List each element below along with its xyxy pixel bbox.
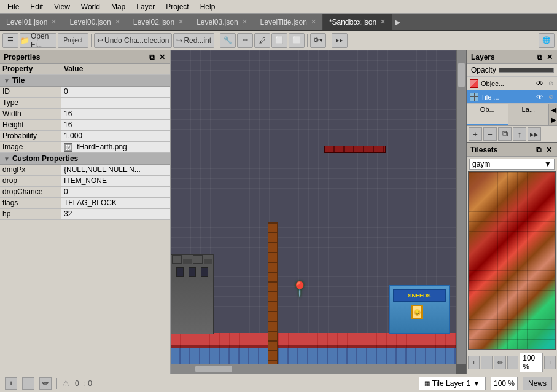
properties-close-btn[interactable]: ✕ — [158, 53, 166, 61]
layers-scroll-up[interactable]: ◀ ▶ — [549, 104, 557, 125]
menu-map[interactable]: Map — [106, 1, 130, 12]
menu-help[interactable]: Help — [195, 1, 220, 12]
toolbar-world-btn[interactable]: 🌐 — [539, 33, 555, 48]
layers-bottom: Ob... La... ◀ ▶ + − ⧉ ↑ ▸▸ — [467, 104, 557, 142]
toolbar-stamp[interactable]: 🔧 — [220, 33, 236, 48]
chevron-right-icon: ▶ — [551, 116, 556, 124]
tilesets-add-btn[interactable]: + — [468, 356, 480, 369]
redo-icon: ↪ — [176, 36, 182, 45]
custom-section-arrow: ▼ — [4, 155, 10, 162]
layers-tab-objects[interactable]: Ob... — [467, 104, 508, 125]
scroll-thumb-horizontal[interactable] — [195, 366, 232, 372]
layers-toolbar: + − ⧉ ↑ ▸▸ — [467, 125, 557, 142]
toolbar-eraser[interactable]: ✏ — [237, 33, 253, 48]
game-map-canvas[interactable]: SNEEDS 😊 📍 — [171, 50, 456, 364]
layer-lock-tile[interactable]: ⊘ — [547, 93, 555, 101]
tile-section-header[interactable]: ▼ Tile — [0, 75, 170, 87]
tilesets-zoom-out-btn[interactable]: − — [507, 356, 519, 369]
layers-more-btn[interactable]: ▸▸ — [528, 127, 541, 141]
canvas-area[interactable]: SNEEDS 😊 📍 — [171, 50, 466, 374]
tilesets-close-btn[interactable]: ✕ — [545, 146, 553, 154]
layers-tab-layers[interactable]: La... — [508, 104, 550, 125]
layers-header: Layers ⧉ ✕ — [467, 50, 557, 64]
tilesets-selector[interactable]: gaym ▼ — [469, 159, 555, 170]
news-button[interactable]: News — [523, 377, 552, 390]
menu-project[interactable]: Project — [161, 1, 193, 12]
canvas-content[interactable]: SNEEDS 😊 📍 — [171, 50, 456, 364]
toolbar-toggle-panels[interactable]: ☰ — [2, 33, 18, 48]
tab-close-level01[interactable]: ✕ — [51, 18, 56, 26]
toolbar-extras[interactable]: ▸▸ — [332, 33, 348, 48]
toolbar-settings-dropdown[interactable]: ⚙▾ — [310, 33, 326, 48]
layer-visibility-tile[interactable]: 👁 — [536, 93, 544, 101]
toolbar-redo[interactable]: ↪ Red...int — [173, 33, 214, 48]
layers-up-btn[interactable]: ↑ — [513, 127, 526, 141]
tab-level03[interactable]: Level03.json ✕ — [190, 14, 254, 31]
canvas-scrollbar-vertical[interactable] — [456, 50, 466, 364]
canvas-scrollbar-horizontal[interactable] — [171, 364, 456, 374]
value-col-header: Value — [61, 64, 170, 74]
layer-visibility-objects[interactable]: 👁 — [536, 79, 544, 88]
menu-layer[interactable]: Layer — [131, 1, 160, 12]
toolbar-undo[interactable]: ↩ Undo Cha...election — [94, 33, 172, 48]
prop-val-height: 16 — [61, 120, 170, 130]
toolbar-project[interactable]: Project — [58, 33, 88, 48]
tab-close-level03[interactable]: ✕ — [242, 18, 247, 26]
layers-duplicate-btn[interactable]: ⧉ — [498, 127, 512, 141]
layer-item-tile[interactable]: Tile ... 👁 ⊘ — [467, 90, 557, 104]
toolbar-fill[interactable]: 🖊 — [254, 33, 270, 48]
properties-float-btn[interactable]: ⧉ — [147, 53, 156, 61]
layers-float-btn[interactable]: ⧉ — [535, 53, 543, 61]
toolbar-open-file[interactable]: 📁 Open Fi... — [20, 33, 56, 48]
menu-edit[interactable]: Edit — [25, 1, 48, 12]
toolbar-right: 🌐 — [539, 33, 555, 48]
tab-close-level00[interactable]: ✕ — [115, 18, 120, 26]
prop-row-probability: Probability 1.000 — [0, 131, 170, 142]
toolbar-select[interactable]: ⬜ — [271, 33, 287, 48]
layers-panel: Layers ⧉ ✕ Opacity Objec... 👁 ⊘ — [467, 50, 557, 143]
menu-world[interactable]: World — [76, 1, 105, 12]
layers-remove-btn[interactable]: − — [483, 127, 497, 141]
status-y-coord: : 0 — [84, 379, 92, 388]
tab-close-level02[interactable]: ✕ — [178, 18, 184, 26]
toolbar: ☰ 📁 Open Fi... Project ↩ Undo Cha...elec… — [0, 31, 557, 50]
layers-close-btn[interactable]: ✕ — [545, 53, 554, 61]
menu-file[interactable]: File — [2, 1, 24, 12]
status-edit-btn[interactable]: ✏ — [39, 377, 52, 390]
tab-level02[interactable]: Level02.json ✕ — [127, 14, 190, 31]
opacity-slider[interactable] — [499, 68, 554, 73]
tilesets-edit-btn[interactable]: ✏ — [494, 356, 505, 369]
tab-scroll-button[interactable]: ▶ — [392, 14, 403, 31]
folder-icon: 📁 — [20, 36, 29, 45]
tilesets-panel: Tilesets ⧉ ✕ gaym ▼ + − ✏ − 100 % + — [467, 143, 557, 374]
prop-val-dmgpx: {NULL,NULL,NULL,N... — [61, 165, 170, 175]
tilesets-remove-btn[interactable]: − — [481, 356, 493, 369]
layers-add-btn[interactable]: + — [469, 127, 482, 141]
menu-view[interactable]: View — [49, 1, 75, 12]
custom-section-header[interactable]: ▼ Custom Properties — [0, 153, 170, 165]
layer-lock-objects[interactable]: ⊘ — [547, 79, 555, 88]
opacity-fill — [499, 68, 553, 72]
tilesets-zoom-in-btn[interactable]: + — [544, 356, 556, 369]
prop-key-dmgpx: dmgPx — [0, 165, 61, 175]
status-add-btn[interactable]: + — [5, 377, 17, 390]
tilesets-float-btn[interactable]: ⧉ — [534, 146, 543, 154]
tab-close-sandbox[interactable]: ✕ — [380, 18, 386, 26]
tab-level01[interactable]: Level01.json ✕ — [0, 14, 63, 31]
tileset-image-preview[interactable] — [468, 171, 556, 350]
zoom-status: 100 % — [491, 377, 518, 390]
status-remove-btn[interactable]: − — [22, 377, 34, 390]
statusbar-right: ▦ Tile Layer 1 ▼ 100 % News — [419, 377, 552, 390]
toolbar-sep2 — [217, 34, 217, 47]
tab-sandbox[interactable]: *Sandbox.json ✕ — [323, 14, 392, 31]
platform-top — [324, 146, 386, 153]
toolbar-move[interactable]: ⬜ — [289, 33, 305, 48]
tab-leveltitle[interactable]: LevelTitle.json ✕ — [254, 14, 323, 31]
active-layer-selector[interactable]: ▦ Tile Layer 1 ▼ — [419, 377, 486, 390]
scroll-thumb-vertical[interactable] — [458, 63, 465, 87]
tab-level00[interactable]: Level00.json ✕ — [63, 14, 127, 31]
prop-key-width: Width — [0, 109, 61, 119]
tab-close-leveltitle[interactable]: ✕ — [311, 18, 316, 26]
layer-item-objects[interactable]: Objec... 👁 ⊘ — [467, 77, 557, 90]
prop-key-probability: Probability — [0, 131, 61, 141]
